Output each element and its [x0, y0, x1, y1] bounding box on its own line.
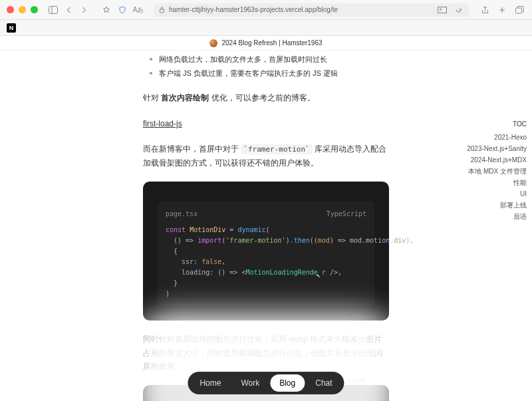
shield-icon[interactable]	[116, 4, 128, 16]
code-inner: page.tsx TypeScript const MotionDiv = dy…	[158, 201, 374, 306]
svg-rect-6	[515, 8, 521, 13]
toc-item[interactable]: 本地 MDX 文件管理	[467, 166, 527, 177]
link-block: first-load-js	[143, 117, 389, 130]
toc-item[interactable]: 2023-Next.js+Sanity	[467, 143, 527, 154]
toolbar-right	[479, 4, 525, 16]
window-maximize-button[interactable]	[31, 6, 38, 13]
code-block: page.tsx TypeScript const MotionDiv = dy…	[143, 182, 389, 321]
svg-rect-2	[160, 9, 164, 13]
window-minimize-button[interactable]	[19, 6, 26, 13]
content-area: TOC 2021-Hexo 2023-Next.js+Sanity 2024-N…	[0, 51, 532, 401]
article-body: 网络负载过大，加载的文件太多，首屏加载时间过长 客户端 JS 负载过重，需要在客…	[143, 51, 389, 401]
avatar	[209, 39, 217, 47]
back-icon[interactable]	[63, 4, 75, 16]
nav-chat[interactable]: Chat	[306, 374, 341, 392]
lock-icon	[159, 7, 165, 13]
nav-work[interactable]: Work	[231, 374, 269, 392]
bookmark-star-icon[interactable]	[100, 4, 112, 16]
svg-rect-0	[49, 6, 58, 13]
inline-code: `framer-motion`	[241, 144, 312, 154]
nav-buttons	[63, 4, 90, 16]
page-content: 2024 Blog Refresh | Hamster1963 TOC 2021…	[0, 36, 532, 401]
new-tab-icon[interactable]	[496, 4, 508, 16]
code-header: page.tsx TypeScript	[166, 208, 366, 219]
first-load-js-link[interactable]: first-load-js	[143, 119, 182, 128]
toc-item[interactable]: 2024-Next.js+MDX	[467, 154, 527, 166]
toc-item[interactable]: 性能	[467, 177, 527, 188]
list-item: 网络负载过大，加载的文件太多，首屏加载时间过长	[150, 53, 389, 66]
refresh-icon[interactable]	[452, 4, 464, 16]
text: 而在新博客中，首屏中对于	[143, 144, 241, 154]
a-text-icon[interactable]: Aあ	[132, 4, 144, 16]
strong-text: 首次内容绘制	[161, 93, 209, 102]
address-bar[interactable]: hamter-cttjihiyy-hamster1963s-projects.v…	[154, 3, 469, 17]
bottom-nav: Home Work Blog Chat	[188, 372, 344, 394]
paragraph: 而在新博客中，首屏中对于 `framer-motion` 库采用动态导入配合加载…	[143, 142, 389, 170]
svg-rect-3	[438, 7, 447, 13]
site-favicon[interactable]: N	[7, 23, 16, 33]
toc-item[interactable]: 2021-Hexo	[467, 132, 527, 143]
code-filename: page.tsx	[166, 208, 198, 219]
paragraph: 针对 首次内容绘制 优化，可以参考之前的博客。	[143, 91, 389, 104]
page-title: 2024 Blog Refresh | Hamster1963	[221, 39, 322, 47]
forward-icon[interactable]	[78, 4, 90, 16]
browser-toolbar: Aあ hamter-cttjihiyy-hamster1963s-project…	[0, 0, 532, 20]
tabs-icon[interactable]	[513, 4, 525, 16]
toc-item[interactable]: 后语	[467, 211, 527, 222]
toc-item[interactable]: 部署上线	[467, 200, 527, 211]
tab-bar: N	[0, 20, 532, 36]
paragraph: 同时针对首屏出现的图片进行优化，采用 webp 格式来大幅减少图片占用的带宽大小…	[143, 333, 389, 373]
site-header: 2024 Blog Refresh | Hamster1963	[0, 36, 532, 51]
text: 针对	[143, 93, 159, 102]
table-of-contents: TOC 2021-Hexo 2023-Next.js+Sanity 2024-N…	[467, 118, 527, 222]
toc-heading: TOC	[467, 118, 527, 130]
reader-mode-icon[interactable]	[436, 4, 448, 16]
bullet-list: 网络负载过大，加载的文件太多，首屏加载时间过长 客户端 JS 负载过重，需要在客…	[143, 53, 389, 79]
text: 优化，可以参考之前的博客。	[211, 93, 315, 102]
list-item: 客户端 JS 负载过重，需要在客户端执行太多的 JS 逻辑	[150, 67, 389, 80]
traffic-lights	[7, 6, 38, 13]
share-icon[interactable]	[479, 4, 491, 16]
code-body: const MotionDiv = dynamic( () => import(…	[166, 225, 366, 299]
nav-home[interactable]: Home	[190, 374, 230, 392]
sidebar-toggle-icon[interactable]	[47, 4, 59, 16]
nav-blog[interactable]: Blog	[270, 374, 305, 392]
toc-item[interactable]: UI	[467, 188, 527, 200]
window-close-button[interactable]	[7, 6, 14, 13]
cc-label: ccamb	[348, 377, 366, 384]
url-text: hamter-cttjihiyy-hamster1963s-projects.v…	[169, 6, 432, 13]
cursor-icon: ↖	[317, 270, 321, 281]
code-lang: TypeScript	[327, 208, 366, 219]
